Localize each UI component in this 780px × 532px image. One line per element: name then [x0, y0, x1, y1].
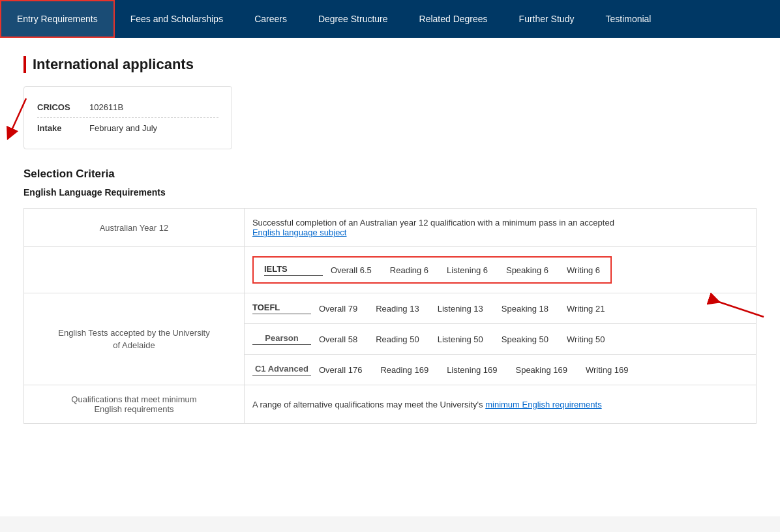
- intake-label: Intake: [37, 123, 89, 133]
- cricos-row: CRICOS 102611B: [37, 97, 218, 117]
- table-row: English Tests accepted by the University…: [24, 293, 757, 324]
- score-item: Writing 6: [567, 265, 600, 275]
- test-name: C1 Advanced: [252, 364, 311, 376]
- test-row: TOEFL Overall 79 Reading 13 Listening 13…: [252, 303, 748, 314]
- selection-criteria-title: Selection Criteria: [23, 168, 757, 181]
- page-title: International applicants: [23, 56, 757, 73]
- svg-line-1: [715, 301, 764, 317]
- nav-item-further-study[interactable]: Further Study: [503, 0, 590, 38]
- table-row: Australian Year 12Successful completion …: [24, 209, 757, 247]
- nav-item-related-degrees[interactable]: Related Degrees: [404, 0, 503, 38]
- score-item: Overall 6.5: [331, 265, 372, 275]
- test-scores: Overall 79 Reading 13 Listening 13 Speak…: [319, 304, 605, 314]
- score-item: Listening 6: [447, 265, 488, 275]
- ielts-cell: IELTS Overall 6.5 Reading 6 Listening 6 …: [244, 247, 756, 293]
- row-text: Successful completion of an Australian y…: [252, 218, 614, 228]
- main-nav: Entry RequirementsFees and ScholarshipsC…: [0, 0, 780, 38]
- svg-line-0: [10, 98, 26, 134]
- test-scores: Overall 176 Reading 169 Listening 169 Sp…: [319, 365, 629, 375]
- nav-item-degree-structure[interactable]: Degree Structure: [303, 0, 404, 38]
- main-content: International applicants CRICOS 102611B …: [0, 38, 780, 516]
- cricos-value: 102611B: [89, 102, 123, 112]
- score-item: Speaking 18: [502, 304, 548, 314]
- score-item: Reading 50: [376, 334, 419, 344]
- row-label-empty: [24, 247, 245, 293]
- nav-item-careers[interactable]: Careers: [239, 0, 303, 38]
- score-item: Listening 13: [438, 304, 483, 314]
- nav-item-fees-scholarships[interactable]: Fees and Scholarships: [115, 0, 239, 38]
- test-cell-pearson: Pearson Overall 58 Reading 50 Listening …: [244, 324, 756, 355]
- table-row-qualifications: Qualifications that meet minimumEnglish …: [24, 385, 757, 424]
- ielts-scores: Overall 6.5 Reading 6 Listening 6 Speaki…: [331, 265, 600, 275]
- ielts-box: IELTS Overall 6.5 Reading 6 Listening 6 …: [252, 256, 612, 284]
- arrow-left-annotation: [7, 95, 33, 141]
- test-scores: Overall 58 Reading 50 Listening 50 Speak…: [319, 334, 605, 344]
- arrow-right-annotation: [708, 291, 767, 323]
- test-cell-c1-advanced: C1 Advanced Overall 176 Reading 169 List…: [244, 355, 756, 385]
- test-name: TOEFL: [252, 303, 311, 314]
- score-item: Writing 169: [586, 365, 629, 375]
- score-item: Overall 176: [319, 365, 362, 375]
- intake-value: February and July: [89, 123, 157, 133]
- min-english-req-link[interactable]: minimum English requirements: [485, 400, 601, 409]
- test-cell-toefl: TOEFL Overall 79 Reading 13 Listening 13…: [244, 293, 756, 324]
- score-item: Speaking 169: [515, 365, 567, 375]
- table-row-ielts: IELTS Overall 6.5 Reading 6 Listening 6 …: [24, 247, 757, 293]
- eng-tests-label: English Tests accepted by the University…: [24, 293, 245, 385]
- qualifications-content: A range of alternative qualifications ma…: [244, 385, 756, 424]
- score-item: Overall 58: [319, 334, 357, 344]
- score-item: Writing 50: [567, 334, 605, 344]
- score-item: Speaking 6: [506, 265, 548, 275]
- qualifications-text: A range of alternative qualifications ma…: [252, 400, 485, 409]
- score-item: Reading 6: [390, 265, 428, 275]
- requirements-table: Australian Year 12Successful completion …: [23, 208, 757, 424]
- score-item: Listening 169: [447, 365, 497, 375]
- score-item: Reading 169: [380, 365, 428, 375]
- nav-item-testimonial[interactable]: Testimonial: [590, 0, 667, 38]
- cricos-label: CRICOS: [37, 102, 89, 112]
- nav-item-entry-requirements[interactable]: Entry Requirements: [0, 0, 115, 38]
- test-name: Pearson: [252, 333, 311, 345]
- score-item: Listening 50: [438, 334, 483, 344]
- test-row: Pearson Overall 58 Reading 50 Listening …: [252, 333, 748, 345]
- english-lang-title: English Language Requirements: [23, 187, 757, 198]
- score-item: Writing 21: [567, 304, 605, 314]
- ielts-name: IELTS: [264, 264, 323, 276]
- score-item: Overall 79: [319, 304, 357, 314]
- score-item: Speaking 50: [502, 334, 548, 344]
- row-content: Successful completion of an Australian y…: [244, 209, 756, 247]
- row-label: Australian Year 12: [24, 209, 245, 247]
- test-row: C1 Advanced Overall 176 Reading 169 List…: [252, 364, 748, 376]
- info-box: CRICOS 102611B Intake February and July: [23, 86, 232, 149]
- score-item: Reading 13: [376, 304, 419, 314]
- english-language-link[interactable]: English language subject: [252, 228, 347, 237]
- intake-row: Intake February and July: [37, 117, 218, 138]
- qualifications-label: Qualifications that meet minimumEnglish …: [24, 385, 245, 424]
